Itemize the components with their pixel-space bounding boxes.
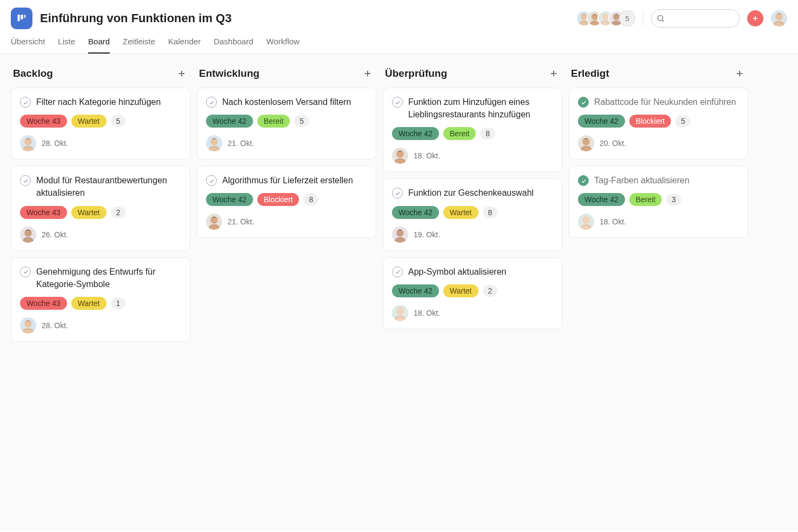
- project-icon[interactable]: [11, 8, 32, 29]
- task-card[interactable]: Tag-Farben aktualisieren Woche 42Bereit …: [569, 166, 748, 238]
- complete-check-icon[interactable]: [206, 175, 217, 186]
- column-title[interactable]: Entwicklung: [199, 68, 260, 79]
- svg-point-22: [24, 229, 32, 237]
- card-title-row: App-Symbol aktualisieren: [392, 265, 553, 278]
- task-point-count: 5: [294, 115, 309, 127]
- assignee-avatar[interactable]: [392, 305, 408, 321]
- assignee-avatar[interactable]: [20, 227, 36, 243]
- complete-check-icon[interactable]: [392, 188, 403, 198]
- column-title[interactable]: Überprüfung: [385, 68, 447, 79]
- task-card[interactable]: App-Symbol aktualisieren Woche 42Wartet …: [383, 257, 562, 329]
- column-add-button[interactable]: [361, 67, 374, 80]
- complete-check-icon[interactable]: [392, 267, 403, 277]
- tab-zeitleiste[interactable]: Zeitleiste: [123, 37, 155, 54]
- task-point-count: 5: [111, 115, 126, 127]
- task-tag[interactable]: Woche 42: [206, 115, 253, 128]
- check-icon: [209, 178, 215, 184]
- task-tag[interactable]: Wartet: [71, 297, 107, 310]
- tab-board[interactable]: Board: [88, 37, 110, 54]
- task-tag[interactable]: Woche 42: [392, 127, 439, 140]
- task-tag[interactable]: Wartet: [71, 206, 107, 219]
- tab-dashboard[interactable]: Dashboard: [214, 37, 253, 54]
- complete-check-icon[interactable]: [20, 175, 31, 186]
- check-icon: [23, 178, 29, 184]
- card-footer: 19. Okt.: [392, 227, 553, 243]
- column-title[interactable]: Backlog: [13, 68, 53, 79]
- user-avatar[interactable]: [771, 10, 787, 26]
- column-add-button[interactable]: [175, 67, 188, 80]
- task-tag[interactable]: Wartet: [71, 115, 107, 128]
- due-date: 18. Okt.: [414, 151, 440, 160]
- plus-icon: [735, 69, 744, 78]
- plus-icon: [177, 69, 187, 78]
- task-card[interactable]: Rabattcode für Neukunden einführen Woche…: [569, 88, 748, 159]
- avatar-face-icon: [20, 317, 36, 334]
- task-tag[interactable]: Woche 43: [20, 115, 67, 128]
- task-tag[interactable]: Bereit: [443, 127, 476, 140]
- task-tags: Woche 42Bereit 8: [392, 127, 553, 140]
- complete-check-icon[interactable]: [20, 97, 31, 108]
- member-overflow-count[interactable]: 5: [619, 10, 635, 26]
- task-card[interactable]: Nach kostenlosem Versand filtern Woche 4…: [197, 88, 376, 159]
- task-tag[interactable]: Woche 42: [392, 206, 439, 219]
- card-title-row: Algorithmus für Lieferzeit erstellen: [206, 174, 367, 187]
- task-card[interactable]: Filter nach Kategorie hinzufügen Woche 4…: [11, 88, 190, 159]
- task-tag[interactable]: Blockiert: [629, 115, 671, 128]
- task-tags: Woche 43Wartet 5: [20, 115, 181, 128]
- global-add-button[interactable]: [747, 10, 763, 26]
- assignee-avatar[interactable]: [392, 148, 408, 164]
- assignee-avatar[interactable]: [20, 135, 36, 151]
- tab-übersicht[interactable]: Übersicht: [11, 37, 45, 54]
- task-title: App-Symbol aktualisieren: [408, 265, 553, 278]
- check-icon: [395, 269, 401, 275]
- task-card[interactable]: Funktion zur Geschenkeauswahl Woche 42Wa…: [383, 178, 562, 250]
- task-tag[interactable]: Bereit: [629, 193, 662, 206]
- column-add-button[interactable]: [733, 67, 746, 80]
- tab-kalender[interactable]: Kalender: [168, 37, 201, 54]
- due-date: 18. Okt.: [414, 309, 440, 317]
- check-icon: [395, 190, 401, 196]
- task-tag[interactable]: Wartet: [443, 206, 478, 219]
- members-avatar-stack[interactable]: 5: [576, 10, 635, 26]
- board-column: Überprüfung Funktion zum Hinzufügen eine…: [383, 65, 562, 520]
- svg-line-12: [662, 20, 664, 22]
- task-tag[interactable]: Bereit: [257, 115, 290, 128]
- task-point-count: 8: [303, 194, 318, 205]
- task-tag[interactable]: Woche 42: [578, 193, 625, 206]
- task-tag[interactable]: Woche 43: [20, 206, 67, 219]
- complete-check-icon[interactable]: [20, 267, 31, 277]
- card-footer: 18. Okt.: [392, 148, 553, 164]
- due-date: 20. Okt.: [600, 139, 626, 148]
- task-tag[interactable]: Blockiert: [257, 193, 300, 206]
- assignee-avatar[interactable]: [206, 214, 222, 230]
- assignee-avatar[interactable]: [20, 317, 36, 334]
- tab-workflow[interactable]: Workflow: [267, 37, 300, 54]
- complete-check-icon[interactable]: [206, 97, 217, 108]
- column-title[interactable]: Erledigt: [571, 68, 609, 79]
- task-tags: Woche 42Blockiert 8: [206, 193, 367, 206]
- task-card[interactable]: Funktion zum Hinzufügen eines Lieblingsr…: [383, 88, 562, 172]
- complete-check-icon[interactable]: [578, 97, 589, 108]
- svg-point-28: [210, 138, 218, 145]
- complete-check-icon[interactable]: [578, 175, 589, 186]
- task-tag[interactable]: Woche 42: [206, 193, 253, 206]
- project-title[interactable]: Einführung von Funktionen im Q3: [40, 11, 568, 25]
- assignee-avatar[interactable]: [578, 135, 594, 151]
- complete-check-icon[interactable]: [392, 97, 403, 108]
- task-card[interactable]: Algorithmus für Lieferzeit erstellen Woc…: [197, 166, 376, 238]
- task-title: Nach kostenlosem Versand filtern: [222, 96, 367, 108]
- assignee-avatar[interactable]: [392, 227, 408, 243]
- tab-liste[interactable]: Liste: [58, 37, 75, 54]
- assignee-avatar[interactable]: [578, 214, 594, 230]
- task-card[interactable]: Genehmigung des Entwurfs für Kategorie-S…: [11, 257, 190, 342]
- search-wrapper: [651, 9, 740, 28]
- task-card[interactable]: Modul für Restaurantbewertungen aktualis…: [11, 166, 190, 250]
- task-tag[interactable]: Woche 43: [20, 297, 67, 310]
- card-footer: 28. Okt.: [20, 317, 181, 334]
- divider: [643, 11, 643, 26]
- assignee-avatar[interactable]: [206, 135, 222, 151]
- task-tag[interactable]: Woche 42: [578, 115, 625, 128]
- task-tag[interactable]: Woche 42: [392, 284, 439, 297]
- column-add-button[interactable]: [547, 67, 560, 80]
- task-tag[interactable]: Wartet: [443, 284, 478, 297]
